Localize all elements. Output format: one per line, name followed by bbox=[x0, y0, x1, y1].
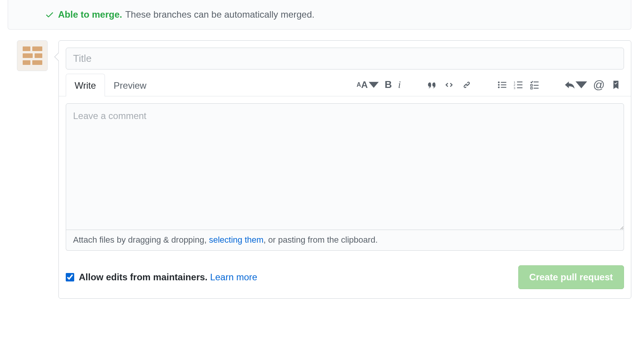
link-icon[interactable] bbox=[461, 79, 473, 91]
svg-point-0 bbox=[498, 81, 499, 83]
attach-prefix: Attach files by dragging & dropping, bbox=[73, 235, 209, 245]
merge-status-bar: Able to merge. These branches can be aut… bbox=[8, 0, 631, 30]
svg-rect-5 bbox=[501, 87, 506, 88]
svg-point-2 bbox=[498, 86, 499, 88]
avatar bbox=[17, 40, 48, 71]
svg-rect-15 bbox=[531, 87, 532, 89]
text-size-icon[interactable]: AA bbox=[357, 79, 379, 90]
allow-edits-label: Allow edits from maintainers. bbox=[79, 272, 208, 282]
task-list-icon[interactable] bbox=[529, 80, 539, 90]
svg-rect-11 bbox=[517, 87, 522, 88]
svg-rect-10 bbox=[517, 84, 522, 85]
title-input[interactable] bbox=[66, 48, 624, 69]
merge-description: These branches can be automatically merg… bbox=[125, 9, 315, 20]
merge-status-text: Able to merge. bbox=[58, 9, 122, 20]
editor-tabs: Write Preview AA B i bbox=[59, 73, 631, 96]
bold-icon[interactable]: B bbox=[385, 79, 392, 91]
learn-more-link[interactable]: Learn more bbox=[210, 272, 257, 282]
bulleted-list-icon[interactable] bbox=[497, 80, 507, 90]
mention-icon[interactable]: @ bbox=[593, 78, 605, 91]
tab-preview[interactable]: Preview bbox=[105, 74, 155, 96]
svg-rect-13 bbox=[531, 84, 532, 86]
markdown-toolbar: AA B i bbox=[357, 78, 624, 91]
check-icon bbox=[45, 10, 54, 19]
svg-point-1 bbox=[498, 84, 499, 85]
code-icon[interactable] bbox=[443, 79, 455, 91]
compose-box: Write Preview AA B i bbox=[58, 40, 631, 299]
create-pull-request-button[interactable]: Create pull request bbox=[518, 265, 624, 289]
tab-write[interactable]: Write bbox=[66, 74, 105, 96]
reply-icon[interactable] bbox=[564, 79, 587, 91]
attach-select-link[interactable]: selecting them bbox=[209, 235, 263, 245]
attach-suffix: , or pasting from the clipboard. bbox=[263, 235, 378, 245]
svg-rect-12 bbox=[533, 81, 538, 82]
svg-rect-4 bbox=[501, 84, 506, 85]
italic-icon[interactable]: i bbox=[398, 79, 401, 91]
svg-rect-3 bbox=[501, 82, 506, 83]
allow-edits-row: Allow edits from maintainers. Learn more bbox=[66, 272, 257, 283]
allow-edits-checkbox[interactable] bbox=[66, 273, 74, 281]
svg-text:3: 3 bbox=[514, 86, 515, 89]
numbered-list-icon[interactable]: 123 bbox=[513, 80, 523, 90]
svg-rect-16 bbox=[533, 88, 538, 88]
comment-textarea[interactable] bbox=[66, 103, 624, 230]
svg-rect-9 bbox=[517, 81, 522, 82]
saved-replies-icon[interactable] bbox=[611, 80, 621, 90]
quote-icon[interactable] bbox=[426, 79, 437, 91]
svg-rect-14 bbox=[533, 85, 538, 86]
attach-hint: Attach files by dragging & dropping, sel… bbox=[66, 229, 624, 251]
